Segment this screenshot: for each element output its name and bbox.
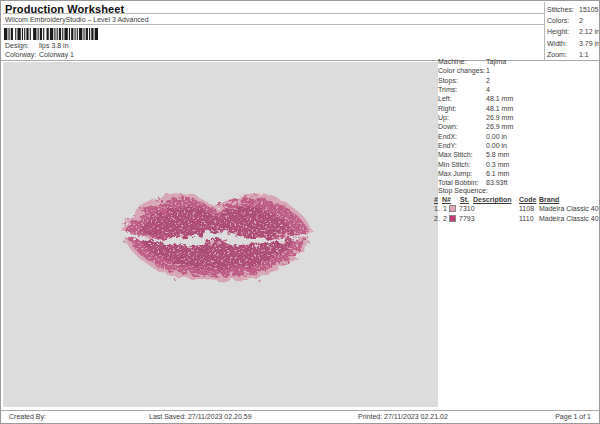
spec-value: 0.3 mm	[486, 160, 509, 169]
spec-label: Trims:	[438, 85, 486, 94]
col-header-brand: Brand	[539, 195, 559, 204]
spec-label: Right:	[438, 104, 486, 113]
thread-code: 1110	[519, 214, 534, 223]
last-saved-text: Last Saved: 27/11/2023 02.20.59	[149, 413, 252, 420]
colorway-value: Colorway 1	[39, 50, 74, 59]
spec-label: EndX:	[438, 132, 486, 141]
thread-code: 1108	[519, 204, 534, 213]
lips-embroidery-image	[118, 187, 316, 290]
spec-value: 26.9 mm	[486, 113, 513, 122]
summary-label: Colors:	[547, 16, 579, 25]
spec-value: 0.00 in	[486, 141, 507, 150]
machine-details-panel: Machine:Tajima Color changes:1 Stops:2 T…	[438, 57, 598, 187]
col-header-st: St.	[460, 195, 469, 204]
spec-label: Color changes:	[438, 66, 486, 75]
spec-value: Tajima	[486, 57, 506, 66]
row-num: 2.	[434, 214, 440, 223]
spec-label: Max Stitch:	[438, 150, 486, 159]
spec-value: 2	[486, 76, 490, 85]
thread-color-swatch	[449, 205, 456, 212]
summary-value: 3.79 in	[579, 39, 600, 48]
summary-label: Width:	[547, 39, 579, 48]
row-needle: 1	[443, 204, 447, 213]
spec-value: 26.9 mm	[486, 122, 513, 131]
footer-rule	[1, 410, 600, 411]
design-label: Design:	[5, 41, 29, 50]
summary-box-divider	[544, 2, 545, 60]
production-worksheet-page: Production Worksheet Wilcom EmbroiderySt…	[0, 0, 600, 424]
col-header-n: N#	[442, 195, 451, 204]
spec-value: 6.1 mm	[486, 169, 509, 178]
spec-value: 0.00 in	[486, 132, 507, 141]
summary-label: Height:	[547, 27, 579, 36]
printed-text: Printed: 27/11/2023 02.21.02	[358, 413, 448, 420]
col-header-description: Description	[473, 195, 512, 204]
spec-label: Stops:	[438, 76, 486, 85]
thread-number: 7793	[459, 214, 475, 223]
col-header-num: #	[434, 195, 438, 204]
spec-value: 1	[486, 66, 490, 75]
summary-label: Stitches:	[547, 5, 579, 14]
summary-panel: Stitches:15105 Colors:2 Height:2.12 in W…	[547, 4, 599, 60]
summary-value: 15105	[579, 5, 598, 14]
spec-label: Down:	[438, 122, 486, 131]
spec-value: 48.1 mm	[486, 94, 513, 103]
spec-label: Max Jump:	[438, 169, 486, 178]
spec-value: 83.93ft	[486, 178, 507, 187]
header-rule-2	[3, 24, 544, 25]
design-preview-canvas	[3, 62, 438, 407]
spec-label: Min Stitch:	[438, 160, 486, 169]
row-num: 1.	[434, 204, 440, 213]
thread-brand: Madeira Classic 40	[539, 214, 599, 223]
design-value: lips 3.8 in	[39, 41, 69, 50]
created-by-label: Created By:	[9, 413, 46, 420]
spec-value: 5.8 mm	[486, 150, 509, 159]
thread-number: 7310	[459, 204, 475, 213]
thread-color-swatch	[449, 215, 456, 222]
summary-value: 2	[579, 16, 583, 25]
spec-label: Left:	[438, 94, 486, 103]
spec-label: Up:	[438, 113, 486, 122]
row-needle: 2	[443, 214, 447, 223]
spec-label: Machine:	[438, 57, 486, 66]
page-number: Page 1 of 1	[555, 413, 591, 420]
spec-value: 4	[486, 85, 490, 94]
app-subtitle: Wilcom EmbroideryStudio – Level 3 Advanc…	[5, 15, 149, 24]
colorway-label: Colorway:	[5, 50, 36, 59]
stop-sequence-title: Stop Sequence:	[438, 186, 488, 195]
spec-value: 48.1 mm	[486, 104, 513, 113]
spec-label: EndY:	[438, 141, 486, 150]
col-header-code: Code	[519, 195, 537, 204]
header-rule-1	[3, 13, 544, 14]
summary-value: 2.12 in	[579, 27, 600, 36]
thread-brand: Madeira Classic 40	[539, 204, 599, 213]
